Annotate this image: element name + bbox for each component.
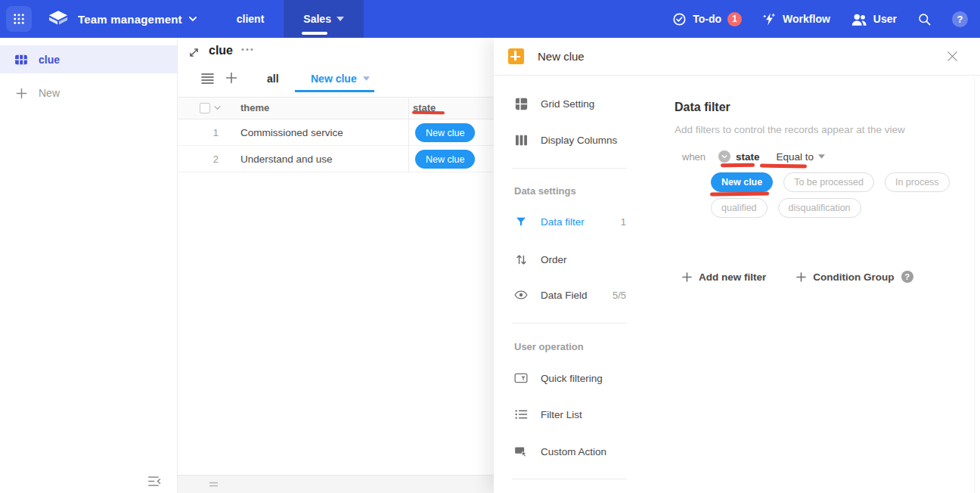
- select-all-checkbox[interactable]: [200, 103, 210, 113]
- todo-label: To-do: [693, 13, 721, 25]
- topbar-tab-sales[interactable]: Sales: [284, 0, 364, 38]
- plus-icon: [796, 272, 806, 282]
- menu-label: Data filter: [541, 216, 585, 228]
- menu-item-custom-action[interactable]: Custom Action: [514, 443, 626, 460]
- section-label-data-settings: Data settings: [514, 185, 576, 197]
- option-chip-qualified[interactable]: qualified: [711, 198, 768, 218]
- filter-actions: Add new filter Condition Group ?: [682, 271, 913, 283]
- view-tab-all[interactable]: all: [267, 73, 279, 85]
- status-badge[interactable]: New clue: [415, 123, 475, 142]
- menu-label: Grid Setting: [541, 98, 594, 110]
- annotation-underline-new-clue-chip: [710, 192, 769, 197]
- workflow-button[interactable]: Workflow: [762, 12, 830, 26]
- view-settings-panel: New clue Grid Setting Display Columns Da…: [494, 38, 980, 493]
- todo-button[interactable]: To-do 1: [672, 12, 742, 26]
- chevron-down-icon: [818, 154, 825, 159]
- menu-item-grid-setting[interactable]: Grid Setting: [514, 95, 626, 112]
- menu-item-order[interactable]: Order: [514, 251, 626, 268]
- menu-item-data-filter[interactable]: Data filter 1: [514, 213, 626, 230]
- option-chip-disqualification[interactable]: disqualification: [778, 198, 861, 218]
- divider: [512, 168, 627, 169]
- app-launcher-button[interactable]: [6, 6, 32, 32]
- close-icon[interactable]: [947, 51, 958, 62]
- row-theme-cell[interactable]: Commissioned service: [240, 127, 343, 138]
- annotation-underline-filter-field: [721, 163, 755, 168]
- new-table-button[interactable]: New: [0, 79, 177, 107]
- table-row[interactable]: 2 Understand and use New clue: [178, 146, 494, 172]
- search-icon[interactable]: [917, 12, 932, 26]
- menu-item-filter-list[interactable]: Filter List: [514, 406, 626, 423]
- row-theme-cell[interactable]: Understand and use: [240, 153, 333, 165]
- topbar: Team management client Sales To-do 1 Wor…: [0, 0, 980, 38]
- collapse-sidebar-icon[interactable]: [147, 475, 162, 488]
- resize-handle-icon[interactable]: [209, 482, 218, 487]
- filter-operator-select[interactable]: Equal to: [777, 151, 826, 163]
- option-chip-in-process[interactable]: In process: [885, 172, 950, 192]
- sort-arrows-icon: [514, 253, 528, 266]
- topbar-actions: To-do 1 Workflow User ?: [672, 11, 980, 27]
- option-chip-new-clue[interactable]: New clue: [711, 172, 773, 192]
- filter-condition-row: when state Equal to: [682, 149, 825, 164]
- column-header-theme[interactable]: theme: [240, 102, 269, 113]
- detail-heading: Data filter: [675, 101, 730, 114]
- grid-dots-icon: [12, 12, 26, 26]
- add-view-icon[interactable]: [225, 72, 237, 84]
- more-options-icon[interactable]: [241, 48, 253, 51]
- workspace-title[interactable]: Team management: [78, 13, 182, 26]
- menu-item-quick-filtering[interactable]: Quick filtering: [514, 370, 626, 386]
- add-new-filter-button[interactable]: Add new filter: [682, 271, 766, 283]
- annotation-underline-state-column: [412, 111, 445, 114]
- filter-field-select[interactable]: state: [736, 151, 760, 163]
- grid-icon: [514, 98, 528, 110]
- lightning-icon: [762, 12, 777, 26]
- table-header-row: [178, 97, 494, 119]
- condition-group-button[interactable]: Condition Group ?: [796, 271, 913, 283]
- chevron-down-icon[interactable]: [188, 16, 197, 22]
- table-row[interactable]: 1 Commissioned service New clue: [178, 119, 494, 146]
- quick-filter-icon: [514, 373, 528, 383]
- sidebar-item-label: clue: [39, 54, 60, 66]
- new-label: New: [39, 87, 60, 99]
- menu-item-display-columns[interactable]: Display Columns: [514, 132, 626, 148]
- todo-count-badge: 1: [727, 12, 742, 26]
- help-icon[interactable]: ?: [952, 11, 968, 27]
- topbar-tab-client[interactable]: client: [217, 0, 284, 38]
- filter-funnel-icon: [514, 215, 528, 228]
- detail-description: Add filters to control the records appea…: [675, 124, 905, 135]
- chevron-down-icon: [363, 76, 370, 81]
- panel-header: New clue: [494, 38, 980, 76]
- operator-label: Equal to: [777, 151, 814, 163]
- table-title: clue: [209, 44, 233, 57]
- user-label: User: [873, 13, 897, 25]
- tab-label: client: [237, 13, 265, 25]
- when-label: when: [682, 151, 706, 163]
- sidebar-item-clue[interactable]: clue: [0, 45, 177, 73]
- eye-icon: [514, 290, 528, 300]
- row-index: 1: [205, 127, 219, 138]
- help-icon[interactable]: ?: [901, 271, 913, 283]
- users-icon: [851, 12, 867, 26]
- scrollbar-track[interactable]: [974, 77, 975, 493]
- panel-title: New clue: [538, 50, 585, 63]
- view-list-icon[interactable]: [201, 73, 214, 84]
- field-type-icon[interactable]: [718, 150, 730, 163]
- status-badge[interactable]: New clue: [415, 150, 475, 169]
- list-icon: [514, 409, 528, 420]
- active-tab-indicator: [302, 32, 327, 35]
- workflow-label: Workflow: [783, 13, 830, 25]
- active-view-tab-indicator: [295, 90, 374, 92]
- app-logo-icon: [47, 9, 70, 29]
- menu-label: Data Field: [541, 290, 588, 301]
- view-tab-label: New clue: [311, 73, 357, 85]
- field-count: 5/5: [612, 290, 626, 301]
- view-tab-new-clue[interactable]: New clue: [311, 73, 370, 85]
- table-grid-icon: [14, 52, 29, 67]
- user-button[interactable]: User: [851, 12, 897, 26]
- expand-view-icon[interactable]: [188, 46, 200, 59]
- custom-action-icon: [514, 446, 528, 457]
- menu-item-data-field[interactable]: Data Field 5/5: [514, 287, 626, 303]
- menu-label: Filter List: [541, 409, 582, 420]
- option-chip-to-be-processed[interactable]: To be processed: [783, 172, 874, 192]
- chevron-down-icon[interactable]: [214, 106, 221, 110]
- divider: [512, 479, 627, 479]
